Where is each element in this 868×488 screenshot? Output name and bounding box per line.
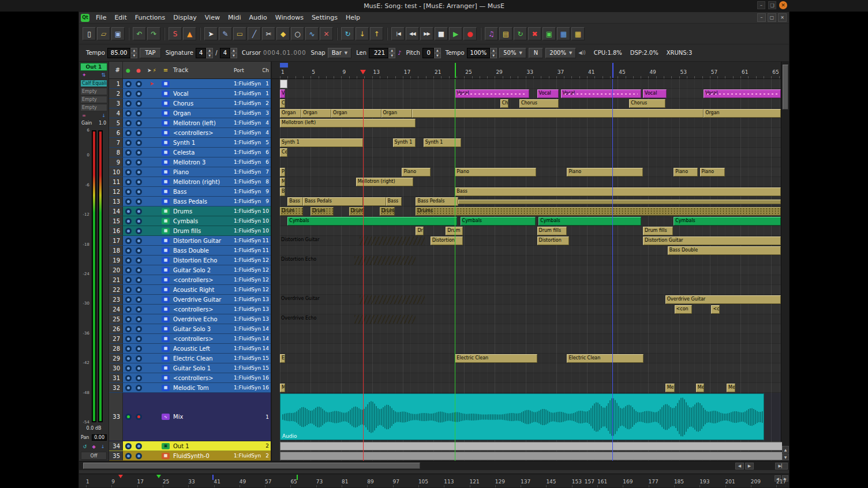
part-vocal[interactable]: Vocal — [455, 89, 529, 98]
mono-icon[interactable]: ◆ — [92, 444, 95, 449]
record-arm-button[interactable] — [123, 305, 133, 314]
mute-button[interactable] — [133, 148, 144, 157]
track-channel[interactable]: 1 — [263, 89, 271, 98]
track-name[interactable]: Acoustic Left — [171, 344, 234, 353]
track-row-30[interactable]: 30▦Guitar Solo 11:FluidSyn15 — [109, 363, 271, 373]
tap-button[interactable]: TAP — [140, 48, 160, 58]
mute-button[interactable] — [133, 99, 144, 108]
part-clip[interactable] — [363, 197, 386, 206]
panel-close-button[interactable]: ✕ — [779, 1, 787, 9]
record-arm-button[interactable] — [123, 451, 133, 460]
mute-button[interactable] — [133, 275, 144, 284]
part-ba[interactable]: Ba — [280, 187, 285, 196]
menu-audio[interactable]: Audio — [245, 13, 271, 22]
track-name[interactable]: Drums — [171, 207, 234, 216]
record-arm-button[interactable] — [123, 393, 133, 441]
record-arm-button[interactable] — [123, 314, 133, 324]
part-piano[interactable]: Piano — [455, 168, 536, 177]
track-name[interactable]: Celesta — [171, 148, 234, 157]
record-arm-button[interactable] — [123, 334, 133, 343]
effect-slot[interactable]: Empty — [80, 96, 107, 103]
track-port[interactable]: 1:FluidSyn — [234, 128, 263, 137]
part-vo[interactable]: Vo — [280, 89, 285, 98]
forward-icon[interactable]: ▶▶ — [420, 27, 433, 40]
track-name[interactable]: Cymbals — [171, 216, 234, 226]
track-row-35[interactable]: 35▦FluidSynth-01:FluidSyn2 — [109, 451, 271, 461]
mute-button[interactable] — [133, 383, 144, 392]
record-arm-button[interactable] — [123, 197, 133, 206]
export-icon[interactable]: ▣ — [542, 27, 556, 40]
mute-button[interactable] — [133, 373, 144, 382]
part-clip[interactable] — [458, 200, 781, 204]
mute-button[interactable] — [133, 314, 144, 324]
lane-27[interactable] — [272, 334, 782, 344]
route-down-icon[interactable]: ↓ — [102, 113, 106, 118]
track-channel[interactable]: 2 — [263, 451, 271, 460]
record-arm-button[interactable] — [123, 167, 133, 177]
part-vocal[interactable]: Vocal — [643, 89, 667, 98]
mixer-b-icon[interactable]: ▦ — [571, 27, 585, 40]
menu-midi[interactable]: Midi — [224, 13, 245, 22]
song-overview-ruler[interactable]: ◀ ▶ 191725334149576573818997105113121129… — [79, 474, 789, 487]
track-channel[interactable]: 14 — [263, 344, 271, 353]
metronome-icon[interactable]: ▲ — [183, 27, 196, 40]
track-name[interactable]: Overdrive Echo — [171, 314, 234, 324]
mute-button[interactable] — [133, 187, 144, 196]
solo-settings-icon[interactable]: S — [169, 27, 182, 40]
horizontal-scrollbar[interactable]: ◀ ▶ ▶▏ — [79, 461, 789, 470]
track-port[interactable]: 1:FluidSyn — [234, 265, 263, 275]
track-port[interactable]: 1:FluidSyn — [234, 207, 263, 216]
lane-22[interactable] — [272, 285, 782, 295]
track-row-2[interactable]: 2▦Vocal1:FluidSyn1 — [109, 89, 271, 99]
part-drum[interactable]: Drum — [310, 207, 334, 216]
track-port[interactable]: 1:FluidSyn — [234, 324, 263, 333]
track-name[interactable]: Bass Pedals — [171, 197, 234, 206]
mute-button[interactable] — [133, 167, 144, 177]
track-name[interactable]: Synth 1 — [171, 138, 234, 147]
lane-9[interactable] — [272, 157, 782, 167]
track-channel[interactable]: 13 — [263, 305, 271, 314]
part-drums[interactable]: Drums — [416, 207, 781, 216]
mute-button[interactable] — [133, 295, 144, 304]
playhead-overview-marker[interactable] — [118, 475, 123, 478]
part-el[interactable]: El — [280, 354, 285, 363]
track-port[interactable]: 1:FluidSyn — [234, 451, 263, 460]
lane-11[interactable] — [272, 177, 782, 187]
track-row-13[interactable]: 13▦Bass Pedals1:FluidSyn9 — [109, 197, 271, 207]
track-port[interactable] — [234, 393, 263, 441]
track-row-4[interactable]: 4▦Organ1:FluidSyn3 — [109, 108, 271, 118]
track-name[interactable]: Bass — [171, 187, 234, 196]
track-port[interactable]: 1:FluidSyn — [234, 79, 263, 88]
panel-minimize-icon[interactable]: – — [757, 1, 765, 9]
part-organ[interactable]: Organ — [301, 109, 331, 118]
track-port[interactable]: 1:FluidSyn — [234, 99, 263, 108]
tempo-spinbox[interactable]: 85.00▲▼ — [107, 48, 138, 58]
track-channel[interactable]: 12 — [263, 285, 271, 294]
pan-value[interactable]: 0.00 — [92, 434, 107, 441]
zoom-in-dropdown[interactable]: 200%▼ — [545, 48, 576, 58]
menu-file[interactable]: File — [92, 13, 110, 22]
record-arm-button[interactable] — [123, 441, 133, 451]
track-channel[interactable]: 1 — [263, 393, 271, 441]
track-channel[interactable]: 10 — [263, 216, 271, 226]
track-channel[interactable]: 6 — [263, 148, 271, 157]
part-distortion[interactable]: Distortion — [431, 237, 463, 245]
track-channel[interactable]: 16 — [263, 373, 271, 382]
marker-green-ruler-marker[interactable] — [455, 63, 456, 78]
track-port[interactable]: 1:FluidSyn — [234, 197, 263, 206]
part-chorus[interactable]: Chorus — [519, 99, 559, 108]
record-arm-button[interactable] — [123, 275, 133, 284]
mute-button[interactable] — [133, 128, 144, 137]
scroll-end-icon[interactable]: ▶▏ — [775, 463, 788, 470]
track-port[interactable]: 1:FluidSyn — [234, 216, 263, 226]
record-arm-button[interactable] — [123, 354, 133, 363]
part-piano[interactable]: Piano — [674, 168, 697, 177]
track-name[interactable]: Out 1 — [171, 441, 234, 451]
record-arm-button[interactable] — [123, 383, 133, 392]
marker-blue-overview-marker[interactable] — [212, 475, 214, 480]
part-vocal[interactable]: Vocal — [537, 89, 559, 98]
track-port[interactable] — [234, 441, 263, 451]
marker-green-overview-marker[interactable] — [156, 475, 161, 478]
mixer-config-icon[interactable]: ✦ — [82, 72, 87, 78]
track-row-29[interactable]: 29▦Electric Clean1:FluidSyn15 — [109, 354, 271, 363]
